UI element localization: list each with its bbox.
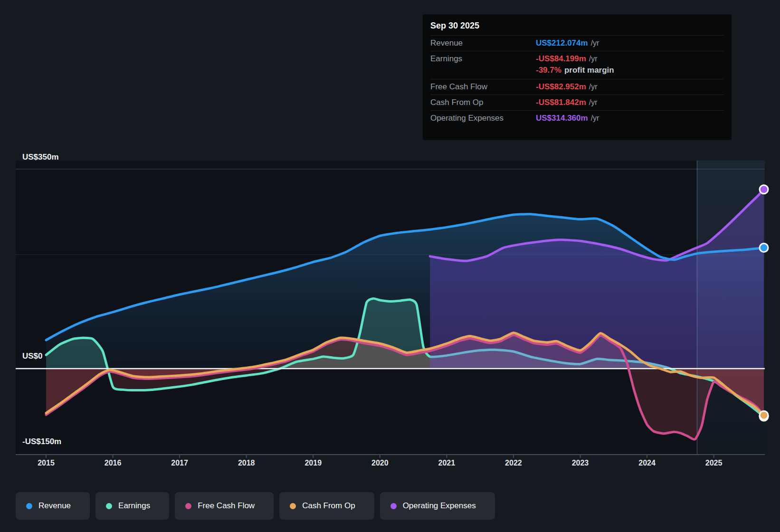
x-axis-label: 2021: [438, 459, 456, 467]
tooltip-date: Sep 30 2025: [430, 19, 724, 35]
tooltip-suffix: /yr: [591, 38, 599, 49]
x-axis-label: 2022: [505, 459, 522, 467]
cash-from-op-dot-icon: [290, 503, 296, 509]
tooltip-label: Earnings: [430, 53, 536, 65]
free-cash-flow-dot-icon: [185, 503, 191, 509]
tooltip-label: Cash From Op: [430, 97, 536, 108]
legend-label: Revenue: [38, 501, 71, 511]
tooltip-suffix: /yr: [589, 97, 598, 108]
earnings-revenue-history-chart: US$350m US$0 -US$150m 201520162017201820…: [0, 0, 780, 532]
revenue-endpoint-marker: [760, 244, 768, 252]
tooltip-profit-margin-text: profit margin: [564, 65, 614, 76]
legend-label: Free Cash Flow: [198, 501, 255, 511]
cashop-endpoint-marker: [760, 411, 768, 419]
revenue-dot-icon: [26, 503, 32, 509]
legend-item-revenue[interactable]: Revenue: [16, 492, 90, 520]
x-axis-label: 2019: [304, 459, 322, 467]
legend-item-operating-expenses[interactable]: Operating Expenses: [380, 492, 495, 520]
chart-legend: Revenue Earnings Free Cash Flow Cash Fro…: [16, 492, 495, 520]
tooltip-label: Operating Expenses: [430, 113, 536, 124]
y-axis-label-neg150m: -US$150m: [22, 437, 61, 446]
legend-item-free-cash-flow[interactable]: Free Cash Flow: [175, 492, 274, 520]
legend-item-earnings[interactable]: Earnings: [95, 492, 169, 520]
tooltip-value-earnings: -US$84.199m: [536, 53, 586, 65]
earnings-dot-icon: [106, 503, 112, 509]
x-axis-label: 2020: [371, 459, 389, 467]
tooltip-value-cashop: -US$81.842m: [536, 97, 586, 108]
tooltip-suffix: /yr: [589, 53, 598, 65]
tooltip-value-opex: US$314.360m: [536, 113, 588, 124]
tooltip-row-revenue: Revenue US$212.074m /yr: [430, 35, 724, 51]
opex-endpoint-marker: [760, 185, 768, 194]
x-axis-label: 2017: [171, 459, 188, 467]
tooltip-row-cash-from-op: Cash From Op -US$81.842m /yr: [430, 95, 724, 110]
x-axis-label: 2015: [38, 459, 55, 467]
tooltip-suffix: /yr: [591, 113, 599, 124]
tooltip-value-fcf: -US$82.952m: [536, 81, 586, 93]
x-axis-label: 2016: [105, 459, 122, 467]
tooltip-panel: Sep 30 2025 Revenue US$212.074m /yr Earn…: [423, 14, 732, 140]
tooltip-value-revenue: US$212.074m: [536, 38, 588, 49]
x-axis-label: 2024: [638, 459, 656, 467]
tooltip-label: Free Cash Flow: [430, 81, 536, 93]
tooltip-row-free-cash-flow: Free Cash Flow -US$82.952m /yr: [430, 79, 724, 95]
x-axis-label: 2018: [238, 459, 255, 467]
last-year-highlight-band: [697, 161, 765, 455]
tooltip-profit-margin-value: -39.7%: [536, 65, 561, 76]
y-axis-label-350m: US$350m: [22, 152, 59, 162]
operating-expenses-dot-icon: [390, 503, 397, 509]
tooltip-suffix: /yr: [589, 81, 598, 93]
legend-label: Operating Expenses: [403, 501, 476, 511]
tooltip-row-earnings: Earnings -US$84.199m /yr -39.7% profit m…: [430, 51, 724, 79]
tooltip-label: Revenue: [430, 38, 536, 49]
legend-label: Cash From Op: [302, 501, 355, 511]
x-axis-label: 2023: [572, 459, 589, 467]
y-axis-label-0: US$0: [22, 352, 43, 361]
x-axis-label: 2025: [705, 459, 723, 467]
legend-label: Earnings: [118, 501, 150, 511]
tooltip-row-operating-expenses: Operating Expenses US$314.360m /yr: [430, 110, 724, 126]
legend-item-cash-from-op[interactable]: Cash From Op: [279, 492, 374, 520]
